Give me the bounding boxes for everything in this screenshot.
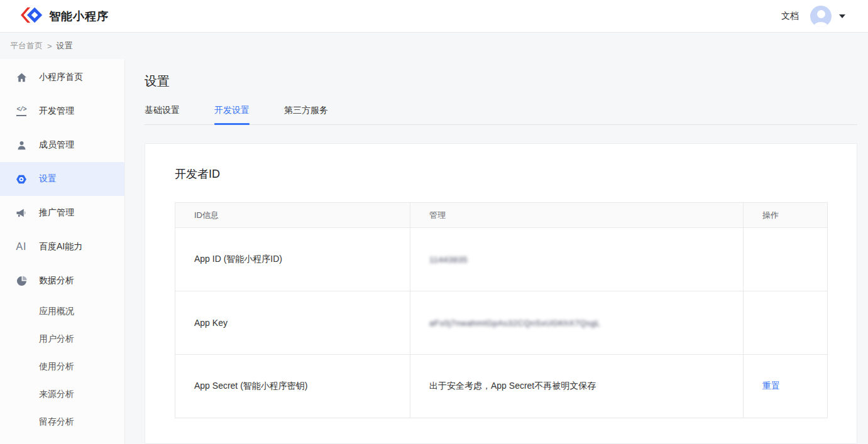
column-header-management: 管理 bbox=[410, 203, 744, 228]
breadcrumb-home[interactable]: 平台首页 bbox=[10, 40, 43, 51]
sidebar-item-dev-management[interactable]: </> 开发管理 bbox=[0, 94, 124, 128]
tab-dev-settings[interactable]: 开发设置 bbox=[214, 105, 250, 124]
settings-icon bbox=[15, 173, 28, 185]
avatar[interactable] bbox=[810, 6, 832, 27]
app-id-label: App ID (智能小程序ID) bbox=[175, 228, 410, 291]
developer-id-table: ID信息 管理 操作 App ID (智能小程序ID) 11443835 App bbox=[175, 202, 828, 418]
app-secret-label: App Secret (智能小程序密钥) bbox=[175, 355, 410, 418]
sidebar-subitem-user-analysis[interactable]: 用户分析 bbox=[0, 325, 124, 353]
sidebar-subitem-label: 来源分析 bbox=[39, 389, 74, 400]
top-header: 智能小程序 文档 bbox=[0, 0, 868, 33]
home-icon bbox=[15, 71, 28, 84]
sidebar-subitem-label: 使用分析 bbox=[39, 361, 74, 372]
sidebar-subitem-label: 应用概况 bbox=[39, 306, 74, 317]
sidebar-item-label: 推广管理 bbox=[39, 207, 74, 219]
sidebar: 小程序首页 </> 开发管理 成员管理 bbox=[0, 59, 125, 444]
app-secret-note: 出于安全考虑，App Secret不再被明文保存 bbox=[429, 381, 596, 391]
megaphone-icon bbox=[15, 207, 28, 219]
table-row-app-secret: App Secret (智能小程序密钥) 出于安全考虑，App Secret不再… bbox=[175, 355, 828, 418]
tab-third-party-services[interactable]: 第三方服务 bbox=[284, 105, 328, 124]
tab-basic-settings[interactable]: 基础设置 bbox=[145, 105, 180, 124]
pie-chart-icon bbox=[15, 274, 28, 287]
reset-button[interactable]: 重置 bbox=[762, 381, 780, 391]
sidebar-item-promotion[interactable]: 推广管理 bbox=[0, 196, 124, 230]
sidebar-subitem-label: 用户分析 bbox=[39, 333, 74, 345]
main-content: 设置 基础设置 开发设置 第三方服务 开发者ID ID信息 管理 操 bbox=[125, 59, 868, 444]
app-id-action-cell bbox=[744, 228, 828, 291]
ai-icon: AI bbox=[15, 241, 28, 253]
brand-name: 智能小程序 bbox=[49, 9, 109, 24]
avatar-person-icon bbox=[817, 10, 825, 18]
sidebar-item-label: 小程序首页 bbox=[39, 72, 83, 83]
breadcrumb-separator: > bbox=[47, 41, 52, 51]
sidebar-item-settings[interactable]: 设置 bbox=[0, 162, 124, 196]
sidebar-item-home[interactable]: 小程序首页 bbox=[0, 60, 124, 94]
table-row-app-key: App Key aFs0j7nwahmtGpAs32CQnSxUGKhX7Qsg… bbox=[175, 291, 828, 355]
card-title: 开发者ID bbox=[175, 166, 827, 181]
sidebar-item-baidu-ai[interactable]: AI 百度AI能力 bbox=[0, 230, 124, 264]
sidebar-item-label: 设置 bbox=[39, 173, 57, 185]
member-icon bbox=[15, 139, 28, 151]
app-key-label: App Key bbox=[175, 291, 410, 355]
sidebar-item-label: 百度AI能力 bbox=[39, 241, 82, 252]
sidebar-item-label: 数据分析 bbox=[39, 275, 74, 286]
header-right: 文档 bbox=[781, 6, 845, 27]
sidebar-item-label: 开发管理 bbox=[39, 106, 74, 117]
tab-bar: 基础设置 开发设置 第三方服务 bbox=[145, 105, 857, 125]
app-key-value: aFs0j7nwahmtGpAs32CQnSxUGKhX7QsgL bbox=[429, 318, 600, 328]
sidebar-item-label: 成员管理 bbox=[39, 139, 74, 151]
chevron-down-icon[interactable] bbox=[839, 14, 845, 18]
sidebar-subitem-app-overview[interactable]: 应用概况 bbox=[0, 298, 124, 325]
app-root: 智能小程序 文档 平台首页 > 设置 小程序首页 bbox=[0, 0, 868, 444]
breadcrumb: 平台首页 > 设置 bbox=[0, 33, 868, 59]
breadcrumb-current: 设置 bbox=[57, 40, 73, 51]
table-row-app-id: App ID (智能小程序ID) 11443835 bbox=[175, 228, 828, 291]
app-key-action-cell bbox=[744, 291, 828, 355]
sidebar-item-data-analysis[interactable]: 数据分析 bbox=[0, 264, 124, 298]
sidebar-item-members[interactable]: 成员管理 bbox=[0, 128, 124, 162]
code-icon: </> bbox=[15, 105, 28, 117]
brand[interactable]: 智能小程序 bbox=[19, 6, 109, 26]
brand-logo-icon bbox=[19, 6, 43, 26]
sidebar-subitem-retention-analysis[interactable]: 留存分析 bbox=[0, 408, 124, 436]
page-title: 设置 bbox=[145, 73, 857, 90]
developer-id-card: 开发者ID ID信息 管理 操作 App ID (智能 bbox=[145, 143, 857, 444]
table-header-row: ID信息 管理 操作 bbox=[175, 203, 828, 228]
sidebar-subitem-source-analysis[interactable]: 来源分析 bbox=[0, 381, 124, 408]
column-header-id-info: ID信息 bbox=[175, 203, 410, 228]
sidebar-subitem-usage-analysis[interactable]: 使用分析 bbox=[0, 353, 124, 381]
app-id-value: 11443835 bbox=[429, 255, 468, 264]
docs-link[interactable]: 文档 bbox=[781, 11, 799, 22]
column-header-actions: 操作 bbox=[744, 203, 828, 228]
sidebar-subitem-label: 留存分析 bbox=[39, 416, 74, 428]
